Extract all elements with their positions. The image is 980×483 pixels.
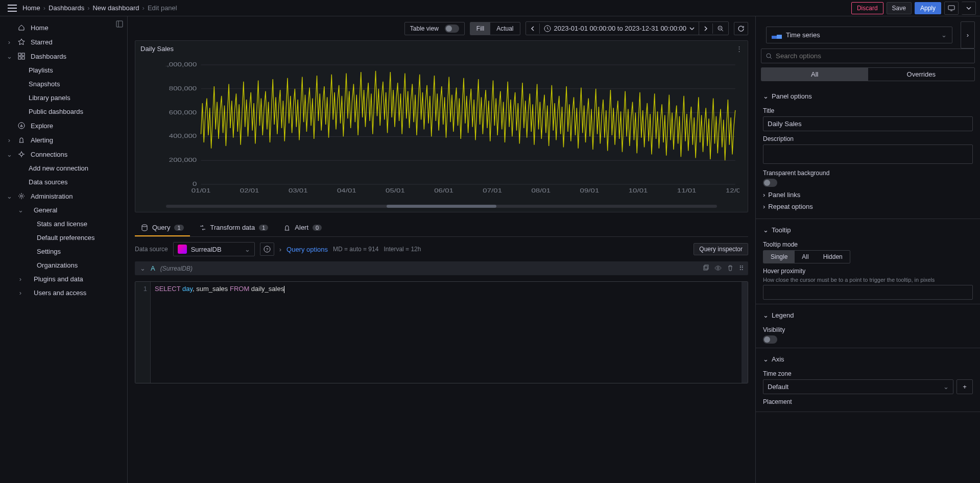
- breadcrumbs: Home › Dashboards › New dashboard › Edit…: [22, 4, 851, 12]
- settings-monitor-icon[interactable]: [944, 2, 959, 15]
- line-number: 1: [135, 285, 147, 293]
- nav-alerting[interactable]: › Alerting: [0, 133, 127, 147]
- query-code-editor[interactable]: 1 SELECT day, sum_sales FROM daily_sales: [135, 281, 748, 383]
- nav-snapshots[interactable]: Snapshots: [29, 77, 127, 91]
- section-panel-links[interactable]: › Panel links: [763, 187, 973, 203]
- svg-rect-0: [948, 6, 954, 10]
- zoom-out-button[interactable]: [713, 22, 728, 35]
- query-options-link[interactable]: Query options: [286, 246, 328, 253]
- title-input[interactable]: [763, 116, 973, 131]
- transform-icon: [199, 224, 206, 231]
- query-inspector-button[interactable]: Query inspector: [694, 243, 748, 255]
- query-row-header[interactable]: ⌄ A (SurrealDB) ⠿: [135, 261, 748, 275]
- filter-overrides[interactable]: Overrides: [868, 68, 975, 81]
- nav-connections[interactable]: ⌄ Connections: [0, 147, 127, 161]
- toggle-query-visibility-icon[interactable]: [714, 264, 722, 272]
- chevron-down-icon: ⌄: [763, 311, 769, 319]
- transparent-bg-toggle[interactable]: [763, 179, 777, 187]
- nav-starred[interactable]: › Starred: [0, 35, 127, 49]
- nav-add-connection[interactable]: Add new connection: [29, 161, 127, 175]
- search-options-input[interactable]: [776, 52, 970, 60]
- nav-general[interactable]: ⌄ General: [29, 203, 127, 217]
- nav-administration[interactable]: ⌄ Administration: [0, 189, 127, 203]
- apply-button[interactable]: Apply: [915, 2, 941, 14]
- nav-sidebar: Home › Starred ⌄ Dashboards Playlists Sn…: [0, 16, 128, 483]
- nav-settings[interactable]: Settings: [37, 245, 127, 258]
- nav-label: Explore: [31, 122, 53, 130]
- tooltip-mode-hidden[interactable]: Hidden: [816, 251, 850, 263]
- star-icon: [17, 38, 26, 46]
- data-source-select[interactable]: SurrealDB ⌄: [173, 242, 255, 256]
- tab-alert[interactable]: Alert 0: [277, 220, 328, 236]
- tooltip-mode-single[interactable]: Single: [763, 251, 795, 263]
- fit-mode-group: Fill Actual: [470, 22, 520, 35]
- search-options[interactable]: [761, 49, 975, 63]
- table-view-toggle[interactable]: Table view: [404, 22, 465, 35]
- svg-rect-5: [22, 57, 25, 59]
- refresh-button[interactable]: [734, 22, 748, 35]
- fill-button[interactable]: Fill: [470, 22, 490, 35]
- bell-icon: [283, 224, 291, 231]
- nav-home[interactable]: Home: [0, 20, 127, 35]
- save-button[interactable]: Save: [887, 2, 912, 14]
- section-tooltip[interactable]: ⌄ Tooltip: [763, 223, 973, 237]
- time-range-forward[interactable]: [699, 23, 713, 34]
- svg-text:200,000: 200,000: [169, 157, 197, 163]
- breadcrumb-new-dashboard[interactable]: New dashboard: [92, 4, 139, 12]
- panel-menu-icon[interactable]: ⋮: [736, 45, 743, 53]
- timezone-select[interactable]: Default ⌄: [763, 379, 953, 394]
- nav-library-panels[interactable]: Library panels: [29, 91, 127, 105]
- nav-explore[interactable]: Explore: [0, 118, 127, 133]
- visualization-picker[interactable]: Time series ⌄: [766, 27, 952, 43]
- nav-plugins[interactable]: › Plugins and data: [29, 272, 127, 286]
- legend-visibility-toggle[interactable]: [763, 335, 777, 344]
- delete-query-icon[interactable]: [727, 264, 734, 272]
- tab-transform[interactable]: Transform data 1: [193, 220, 275, 236]
- nav-users-access[interactable]: › Users and access: [29, 286, 127, 300]
- tooltip-mode-label: Tooltip mode: [763, 241, 973, 248]
- hover-prox-desc: How close the cursor must be to a point …: [763, 277, 973, 283]
- nav-public-dashboards[interactable]: Public dashboards: [29, 105, 127, 118]
- nav-playlists[interactable]: Playlists: [29, 63, 127, 77]
- breadcrumb-dashboards[interactable]: Dashboards: [49, 4, 84, 12]
- svg-point-41: [767, 54, 771, 58]
- nav-organizations[interactable]: Organizations: [37, 258, 127, 272]
- collapse-panel-icon[interactable]: ›: [961, 21, 975, 49]
- svg-rect-4: [18, 57, 21, 59]
- chart-scrollbar[interactable]: [166, 205, 717, 208]
- tooltip-mode-all[interactable]: All: [795, 251, 816, 263]
- data-source-help-icon[interactable]: ?: [260, 243, 274, 256]
- dock-sidebar-icon[interactable]: [116, 20, 123, 28]
- chevron-down-icon: ⌄: [763, 92, 769, 100]
- nav-stats-license[interactable]: Stats and license: [37, 217, 127, 231]
- duplicate-query-icon[interactable]: [702, 264, 709, 272]
- chevron-down-icon[interactable]: [962, 2, 976, 15]
- nav-label: Administration: [31, 192, 73, 200]
- tab-query[interactable]: Query 1: [135, 220, 190, 236]
- section-legend[interactable]: ⌄ Legend: [763, 308, 973, 322]
- code-minimap[interactable]: [742, 282, 748, 383]
- add-timezone-button[interactable]: +: [957, 379, 973, 394]
- time-series-chart[interactable]: 0200,000400,000600,000800,0001,000,00001…: [135, 57, 748, 205]
- hover-prox-input[interactable]: [763, 285, 973, 300]
- nav-label: Starred: [31, 38, 53, 46]
- discard-button[interactable]: Discard: [851, 2, 883, 14]
- time-range-value[interactable]: 2023-01-01 00:00:00 to 2023-12-31 00:00:…: [540, 22, 700, 35]
- nav-default-prefs[interactable]: Default preferences: [37, 231, 127, 245]
- section-repeat-options[interactable]: › Repeat options: [763, 203, 973, 214]
- section-axis[interactable]: ⌄ Axis: [763, 352, 973, 366]
- section-panel-options[interactable]: ⌄ Panel options: [763, 89, 973, 103]
- hamburger-menu[interactable]: [4, 0, 20, 16]
- nav-label: Alerting: [31, 136, 53, 144]
- nav-data-sources[interactable]: Data sources: [29, 175, 127, 189]
- description-input[interactable]: [763, 144, 973, 164]
- breadcrumb-home[interactable]: Home: [22, 4, 40, 12]
- switch-icon: [445, 25, 459, 33]
- drag-query-icon[interactable]: ⠿: [739, 264, 743, 272]
- chevron-right-icon[interactable]: ›: [279, 246, 281, 253]
- time-range-back[interactable]: [526, 23, 540, 34]
- clock-icon: [544, 25, 551, 32]
- filter-all[interactable]: All: [761, 68, 868, 81]
- actual-button[interactable]: Actual: [490, 22, 519, 35]
- nav-dashboards[interactable]: ⌄ Dashboards: [0, 49, 127, 63]
